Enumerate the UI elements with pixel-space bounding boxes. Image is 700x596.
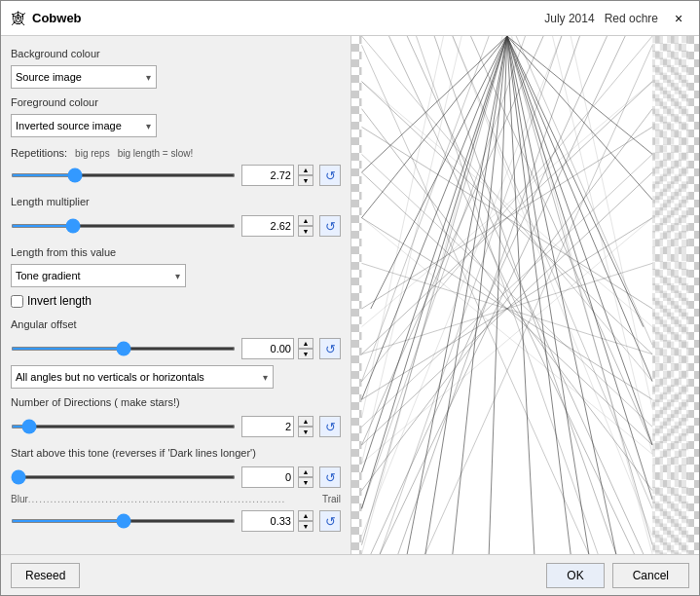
angular-offset-up-button[interactable]: ▲ — [298, 338, 313, 349]
start-tone-label: Start above this tone (reverses if 'Dark… — [11, 447, 341, 459]
length-multiplier-slider-row: 2.62 ▲ ▼ ↺ — [11, 215, 341, 237]
repetitions-header-row: Repetitions: big reps big length = slow! — [11, 147, 341, 159]
angular-offset-spin-arrows: ▲ ▼ — [298, 338, 313, 359]
date-label: July 2014 — [544, 12, 594, 25]
num-directions-slider-row: 2 ▲ ▼ ↺ — [11, 416, 341, 437]
start-tone-up-button[interactable]: ▲ — [298, 466, 313, 477]
repetitions-spinbox-group: 2.72 ▲ ▼ — [241, 165, 313, 186]
blur-slider[interactable] — [11, 519, 236, 523]
length-multiplier-spinbox-group: 2.62 ▲ ▼ — [241, 215, 313, 237]
num-directions-spinbox-group: 2 ▲ ▼ — [241, 416, 313, 437]
repetitions-slider[interactable] — [11, 173, 236, 177]
angular-offset-slider-row: 0.00 ▲ ▼ ↺ — [11, 338, 341, 359]
repetitions-slider-row: 2.72 ▲ ▼ ↺ — [11, 165, 341, 186]
blur-up-button[interactable]: ▲ — [298, 510, 313, 521]
length-multiplier-input[interactable]: 2.62 — [241, 215, 294, 237]
length-multiplier-reset-button[interactable]: ↺ — [319, 215, 341, 237]
num-directions-reset-button[interactable]: ↺ — [319, 416, 341, 437]
blur-spin-arrows: ▲ ▼ — [298, 510, 313, 532]
canvas-area — [351, 36, 699, 554]
blur-input[interactable]: 0.33 — [241, 510, 294, 532]
start-tone-slider[interactable] — [11, 475, 236, 479]
angular-offset-reset-button[interactable]: ↺ — [319, 338, 341, 359]
invert-length-checkbox[interactable] — [11, 295, 23, 308]
cancel-button[interactable]: Cancel — [612, 563, 689, 588]
angles-dropdown-wrapper[interactable]: All angles but no verticals or horizonta… — [11, 365, 274, 389]
start-tone-down-button[interactable]: ▼ — [298, 477, 313, 488]
title-bar: 🕸 Cobweb July 2014 Red ochre × — [1, 1, 699, 36]
main-content: Background colour Source image Inverted … — [1, 36, 699, 554]
length-multiplier-up-button[interactable]: ▲ — [298, 215, 313, 226]
length-multiplier-spin-arrows: ▲ ▼ — [298, 215, 313, 237]
num-directions-slider[interactable] — [11, 425, 236, 428]
bottom-bar: Reseed OK Cancel — [1, 554, 699, 595]
num-directions-spin-arrows: ▲ ▼ — [298, 416, 313, 437]
angles-dropdown[interactable]: All angles but no verticals or horizonta… — [11, 365, 274, 389]
background-colour-dropdown-wrapper[interactable]: Source image Inverted source image White… — [11, 65, 157, 89]
blur-slider-row: 0.33 ▲ ▼ ↺ — [11, 510, 341, 532]
num-directions-down-button[interactable]: ▼ — [298, 427, 313, 437]
app-icon: 🕸 — [11, 11, 26, 26]
length-multiplier-down-button[interactable]: ▼ — [298, 226, 313, 237]
foreground-colour-dropdown-wrapper[interactable]: Source image Inverted source image White… — [11, 114, 157, 137]
reseed-button[interactable]: Reseed — [11, 563, 80, 588]
repetitions-input[interactable]: 2.72 — [241, 165, 294, 186]
cobweb-preview — [351, 36, 699, 554]
angular-offset-input[interactable]: 0.00 — [241, 338, 294, 359]
angular-offset-slider[interactable] — [11, 347, 236, 351]
length-multiplier-slider[interactable] — [11, 224, 236, 228]
background-colour-label: Background colour — [11, 48, 341, 59]
invert-length-row: Invert length — [11, 294, 341, 308]
repetitions-up-button[interactable]: ▲ — [298, 165, 313, 175]
blur-spinbox-group: 0.33 ▲ ▼ — [241, 510, 313, 532]
repetitions-reset-button[interactable]: ↺ — [319, 165, 341, 186]
num-directions-up-button[interactable]: ▲ — [298, 416, 313, 427]
svg-rect-67 — [652, 36, 688, 554]
preset-label: Red ochre — [605, 12, 658, 25]
num-directions-input[interactable]: 2 — [241, 416, 294, 437]
ok-button[interactable]: OK — [546, 563, 604, 588]
blur-label: Blur — [11, 494, 28, 504]
repetitions-spin-arrows: ▲ ▼ — [298, 165, 313, 186]
start-tone-spin-arrows: ▲ ▼ — [298, 466, 313, 488]
invert-length-label: Invert length — [27, 294, 92, 308]
background-colour-dropdown[interactable]: Source image Inverted source image White… — [11, 65, 157, 89]
preview-panel — [351, 36, 699, 554]
repetitions-hint2: big length = slow! — [118, 148, 194, 159]
trail-label: Trail — [322, 494, 341, 504]
start-tone-spinbox-group: 0 ▲ ▼ — [241, 466, 313, 488]
num-directions-label: Number of Directions ( make stars!) — [11, 396, 341, 408]
length-from-dropdown[interactable]: Tone gradient Fixed length Random — [11, 264, 186, 287]
repetitions-label: Repetitions: — [11, 147, 67, 159]
start-tone-slider-row: 0 ▲ ▼ ↺ — [11, 466, 341, 488]
length-from-label: Length from this value — [11, 246, 341, 258]
blur-trail-label-row: Blur ...................................… — [11, 494, 341, 504]
foreground-colour-dropdown[interactable]: Source image Inverted source image White… — [11, 114, 157, 137]
repetitions-down-button[interactable]: ▼ — [298, 175, 313, 186]
app-title: Cobweb — [32, 11, 544, 25]
main-window: 🕸 Cobweb July 2014 Red ochre × Backgroun… — [0, 0, 700, 596]
angular-offset-down-button[interactable]: ▼ — [298, 349, 313, 359]
foreground-colour-label: Foreground colour — [11, 96, 341, 108]
blur-down-button[interactable]: ▼ — [298, 521, 313, 532]
start-tone-reset-button[interactable]: ↺ — [319, 466, 341, 488]
blur-reset-button[interactable]: ↺ — [319, 510, 341, 532]
length-from-dropdown-wrapper[interactable]: Tone gradient Fixed length Random — [11, 264, 186, 287]
length-multiplier-label: Length multiplier — [11, 196, 341, 207]
angular-offset-spinbox-group: 0.00 ▲ ▼ — [241, 338, 313, 359]
close-button[interactable]: × — [668, 8, 689, 29]
start-tone-input[interactable]: 0 — [241, 466, 294, 488]
angular-offset-label: Angular offset — [11, 318, 341, 330]
repetitions-hint1: big reps — [75, 148, 110, 159]
left-panel: Background colour Source image Inverted … — [1, 36, 351, 554]
